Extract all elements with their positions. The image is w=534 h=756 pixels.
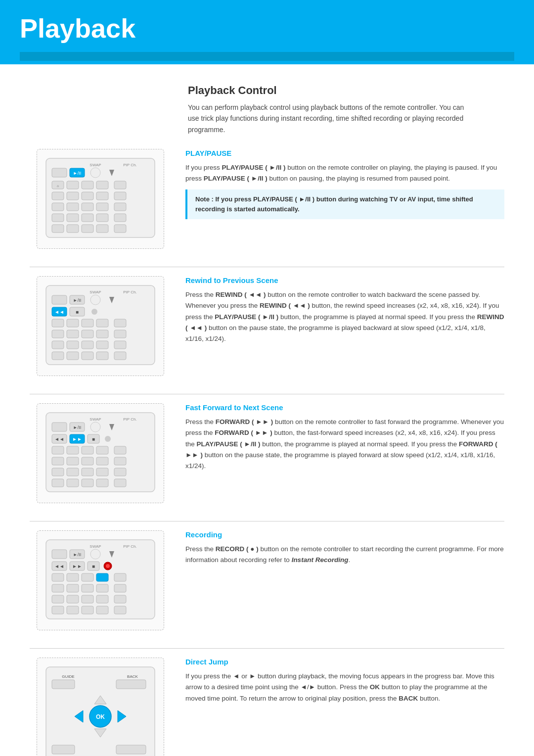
svg-rect-127 (114, 584, 126, 592)
recording-heading: Recording (185, 530, 504, 539)
svg-rect-53 (67, 330, 79, 338)
svg-text:SWAP: SWAP (89, 163, 101, 167)
svg-rect-12 (96, 181, 108, 189)
svg-point-108 (90, 549, 100, 559)
svg-rect-105 (52, 550, 67, 559)
divider-1 (30, 267, 504, 267)
remote-svg-play-pause: SWAP PIP Ch. ►/II ⌂ (41, 153, 160, 242)
svg-rect-151 (52, 745, 75, 754)
svg-text:⌂: ⌂ (56, 184, 58, 188)
svg-rect-23 (114, 203, 126, 211)
svg-rect-131 (96, 595, 108, 603)
page-header: Playback (0, 0, 534, 64)
svg-rect-92 (52, 468, 64, 476)
svg-rect-98 (67, 479, 79, 487)
svg-rect-51 (114, 319, 126, 327)
svg-rect-129 (67, 595, 79, 603)
svg-rect-25 (67, 214, 79, 222)
svg-rect-62 (52, 352, 64, 360)
svg-rect-10 (67, 181, 79, 189)
svg-rect-85 (96, 446, 108, 454)
svg-rect-16 (82, 192, 93, 200)
recording-text: Press the RECORD ( ● ) button on the rem… (185, 544, 504, 566)
remote-image-nav: GUIDE BACK (37, 658, 164, 756)
remote-svg-forward: SWAP PIP Ch. ►/II ◄◄ ►► ■ (41, 408, 160, 497)
svg-text:►/II: ►/II (73, 298, 81, 303)
svg-rect-132 (114, 595, 126, 603)
svg-rect-141 (52, 680, 75, 689)
remote-box-forward: SWAP PIP Ch. ►/II ◄◄ ►► ■ (30, 403, 171, 503)
svg-rect-83 (67, 446, 79, 454)
svg-rect-135 (82, 606, 93, 614)
svg-rect-47 (52, 319, 64, 327)
svg-rect-49 (82, 319, 93, 327)
svg-text:◄◄: ◄◄ (54, 309, 64, 315)
remote-image-rewind: SWAP PIP Ch. ►/II ◄◄ ■ (37, 276, 164, 376)
svg-rect-27 (96, 214, 108, 222)
svg-rect-52 (52, 330, 64, 338)
svg-rect-118 (52, 573, 64, 581)
svg-text:OK: OK (96, 713, 105, 720)
svg-point-81 (105, 436, 111, 442)
svg-rect-24 (52, 214, 64, 222)
remote-svg-rewind: SWAP PIP Ch. ►/II ◄◄ ■ (41, 281, 160, 370)
remote-box-play-pause: SWAP PIP Ch. ►/II ⌂ (30, 149, 171, 249)
svg-rect-17 (96, 192, 108, 200)
recording-content: Recording Press the RECORD ( ● ) button … (185, 530, 504, 571)
svg-rect-101 (114, 479, 126, 487)
remote-svg-recording: SWAP PIP Ch. ►/II ◄◄ ►► ■ (41, 535, 160, 624)
svg-rect-13 (114, 181, 126, 189)
svg-rect-121 (96, 573, 108, 581)
svg-rect-26 (82, 214, 93, 222)
svg-rect-64 (82, 352, 93, 360)
svg-rect-50 (96, 319, 108, 327)
rewind-content: Rewind to Previous Scene Press the REWIN… (185, 276, 504, 349)
svg-text:PIP Ch.: PIP Ch. (123, 417, 136, 422)
svg-rect-125 (82, 584, 93, 592)
rewind-heading: Rewind to Previous Scene (185, 276, 504, 284)
svg-rect-66 (114, 352, 126, 360)
svg-point-6 (90, 168, 100, 178)
remote-box-rewind: SWAP PIP Ch. ►/II ◄◄ ■ (30, 276, 171, 376)
svg-rect-11 (82, 181, 93, 189)
svg-text:SWAP: SWAP (89, 544, 101, 549)
direct-jump-text: If you press the ◄ or ► button during pl… (185, 671, 504, 704)
svg-rect-37 (52, 295, 67, 304)
svg-rect-86 (114, 446, 126, 454)
svg-rect-84 (82, 446, 93, 454)
svg-rect-22 (96, 203, 108, 211)
play-pause-content: PLAY/PAUSE If you press PLAY/PAUSE ( ►/I… (185, 149, 504, 219)
svg-point-117 (106, 564, 110, 568)
remote-svg-nav: GUIDE BACK (41, 662, 160, 756)
svg-rect-58 (67, 341, 79, 349)
svg-rect-133 (52, 606, 64, 614)
svg-rect-54 (82, 330, 93, 338)
play-pause-text: If you press PLAY/PAUSE ( ►/II ) button … (185, 162, 504, 185)
svg-rect-48 (67, 319, 79, 327)
divider-4 (30, 648, 504, 649)
direct-jump-heading: Direct Jump (185, 658, 504, 666)
svg-rect-137 (114, 606, 126, 614)
svg-rect-14 (52, 192, 64, 200)
svg-rect-130 (82, 595, 93, 603)
fast-forward-text: Press the FORWARD ( ►► ) button on the r… (185, 417, 504, 472)
svg-rect-60 (96, 341, 108, 349)
rewind-text: Press the REWIND ( ◄◄ ) button on the re… (185, 289, 504, 344)
svg-text:SWAP: SWAP (89, 417, 101, 422)
svg-text:■: ■ (91, 564, 94, 569)
svg-rect-30 (67, 225, 79, 233)
header-bar (20, 52, 514, 61)
remote-box-recording: SWAP PIP Ch. ►/II ◄◄ ►► ■ (30, 530, 171, 630)
svg-text:►/II: ►/II (73, 171, 81, 176)
divider-3 (30, 521, 504, 521)
svg-rect-123 (52, 584, 64, 592)
svg-rect-15 (67, 192, 79, 200)
remote-box-nav: GUIDE BACK (30, 658, 171, 756)
main-content: Playback Control You can perform playbac… (0, 64, 534, 756)
svg-rect-57 (52, 341, 64, 349)
fast-forward-heading: Fast Forward to Next Scene (185, 403, 504, 412)
svg-rect-126 (96, 584, 108, 592)
remote-image-forward: SWAP PIP Ch. ►/II ◄◄ ►► ■ (37, 403, 164, 503)
svg-rect-21 (82, 203, 93, 211)
svg-rect-142 (116, 680, 146, 689)
